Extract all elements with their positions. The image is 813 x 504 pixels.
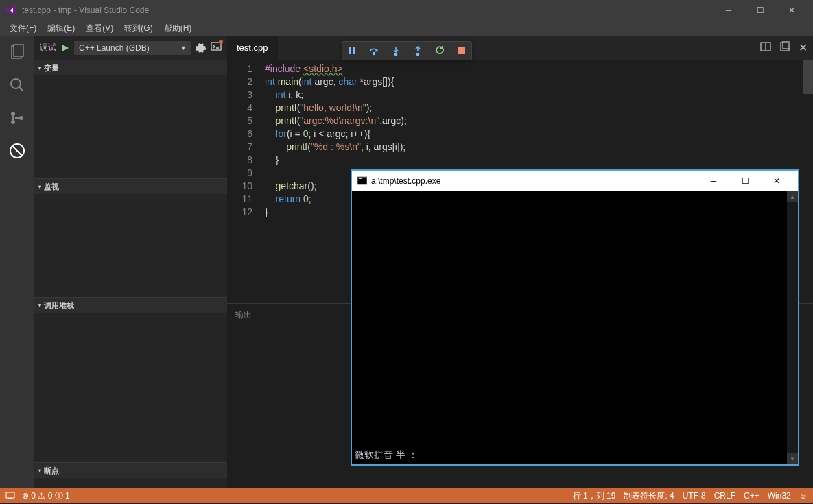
ime-status: 微软拼音 半 ： [355, 449, 418, 461]
editor-actions: ✕ [760, 41, 813, 55]
step-out-icon[interactable] [412, 45, 423, 56]
console-body[interactable]: ▲ ▼ 微软拼音 半 ： [352, 191, 798, 464]
tab-label: test.cpp [237, 43, 268, 53]
variables-section: ▾变量 [34, 60, 227, 178]
start-debug-icon[interactable] [60, 43, 70, 53]
close-all-icon[interactable]: ✕ [799, 41, 808, 55]
svg-rect-9 [211, 43, 221, 50]
debug-config-label: C++ Launch (GDB) [79, 43, 150, 53]
menu-help[interactable]: 帮助(H) [158, 23, 198, 34]
console-minimize[interactable]: ─ [698, 171, 729, 191]
chevron-down-icon: ▼ [180, 45, 187, 51]
status-target[interactable]: Win32 [768, 491, 791, 501]
window-controls: ─ ☐ ✕ [713, 0, 808, 21]
scrollbar-thumb[interactable] [803, 60, 813, 94]
vs-logo-icon [5, 5, 16, 16]
variables-header[interactable]: ▾变量 [34, 60, 227, 75]
svg-rect-23 [458, 47, 465, 54]
more-icon[interactable] [779, 41, 790, 55]
svg-line-3 [19, 87, 23, 91]
title-bar: test.cpp - tmp - Visual Studio Code ─ ☐ … [0, 0, 813, 21]
svg-point-20 [395, 53, 397, 56]
status-lang[interactable]: C++ [744, 491, 759, 501]
close-button[interactable]: ✕ [776, 0, 808, 21]
debug-config-dropdown[interactable]: C++ Launch (GDB) ▼ [74, 41, 191, 55]
chevron-down-icon: ▾ [38, 184, 41, 190]
console-close[interactable]: ✕ [761, 171, 792, 191]
variables-label: 变量 [44, 63, 59, 73]
watch-body [34, 194, 227, 297]
svg-rect-15 [8, 498, 12, 499]
console-icon [357, 176, 367, 186]
debug-sidebar: 调试 C++ Launch (GDB) ▼ ▾变量 ▾监视 ▾调用堆栈 ▾断点 [34, 36, 227, 488]
breakpoints-header[interactable]: ▾断点 [34, 463, 227, 478]
debug-icon[interactable] [8, 141, 27, 160]
menu-edit[interactable]: 编辑(E) [42, 23, 80, 34]
explorer-icon[interactable] [8, 43, 27, 62]
debug-console-icon[interactable] [211, 41, 222, 54]
status-position[interactable]: 行 1，列 19 [573, 490, 616, 502]
status-eol[interactable]: CRLF [714, 491, 735, 501]
tab-test-cpp[interactable]: test.cpp [227, 36, 279, 60]
svg-point-6 [19, 116, 23, 120]
console-window[interactable]: a:\tmp\test.cpp.exe ─ ☐ ✕ ▲ ▼ 微软拼音 半 ： [351, 170, 799, 465]
feedback-icon[interactable]: ☺ [799, 491, 808, 501]
console-title: a:\tmp\test.cpp.exe [371, 176, 440, 186]
callstack-body [34, 313, 227, 462]
status-bar: ⊗ 0 ⚠ 0 ⓘ 1 行 1，列 19 制表符长度: 4 UTF-8 CRLF… [0, 488, 813, 503]
debug-toolbar[interactable] [342, 41, 472, 60]
chevron-down-icon: ▾ [38, 65, 41, 71]
callstack-section: ▾调用堆栈 [34, 297, 227, 462]
svg-point-22 [417, 53, 419, 56]
callstack-header[interactable]: ▾调用堆栈 [34, 298, 227, 313]
svg-rect-16 [349, 47, 351, 54]
svg-rect-12 [781, 43, 789, 51]
scroll-up-icon[interactable]: ▲ [787, 191, 798, 202]
window-title: test.cpp - tmp - Visual Studio Code [22, 5, 149, 15]
menu-goto[interactable]: 转到(G) [119, 23, 158, 34]
watch-label: 监视 [44, 182, 59, 192]
svg-rect-24 [357, 177, 367, 184]
step-into-icon[interactable] [390, 45, 401, 56]
svg-point-5 [11, 120, 15, 124]
console-controls: ─ ☐ ✕ [698, 171, 792, 191]
maximize-button[interactable]: ☐ [744, 0, 776, 21]
callstack-label: 调用堆栈 [44, 300, 74, 311]
minimize-button[interactable]: ─ [713, 0, 744, 21]
svg-line-8 [12, 146, 22, 156]
svg-rect-14 [6, 492, 14, 498]
restart-icon[interactable] [434, 45, 445, 56]
chevron-down-icon: ▾ [38, 468, 41, 474]
status-problems[interactable]: ⊗ 0 ⚠ 0 ⓘ 1 [22, 490, 70, 502]
status-encoding[interactable]: UTF-8 [683, 491, 706, 501]
gear-icon[interactable] [196, 43, 207, 53]
svg-point-4 [11, 112, 15, 116]
step-over-icon[interactable] [368, 45, 379, 56]
line-gutter: 123456789101112 [227, 60, 265, 303]
remote-icon[interactable] [5, 490, 15, 502]
source-control-icon[interactable] [8, 108, 27, 128]
pause-icon[interactable] [346, 45, 357, 56]
menu-file[interactable]: 文件(F) [4, 23, 42, 34]
console-titlebar[interactable]: a:\tmp\test.cpp.exe ─ ☐ ✕ [352, 171, 798, 191]
menu-view[interactable]: 查看(V) [80, 23, 119, 34]
menu-bar: 文件(F) 编辑(E) 查看(V) 转到(G) 帮助(H) [0, 21, 813, 36]
status-tabsize[interactable]: 制表符长度: 4 [624, 490, 674, 502]
watch-section: ▾监视 [34, 178, 227, 297]
scroll-down-icon[interactable]: ▼ [787, 453, 798, 464]
search-icon[interactable] [8, 75, 27, 95]
chevron-down-icon: ▾ [38, 302, 41, 309]
console-scrollbar[interactable]: ▲ ▼ [787, 191, 798, 464]
console-maximize[interactable]: ☐ [729, 171, 761, 191]
watch-header[interactable]: ▾监视 [34, 179, 227, 194]
variables-body [34, 75, 227, 178]
split-editor-icon[interactable] [760, 41, 771, 55]
editor-scrollbar[interactable] [803, 60, 813, 286]
breakpoints-label: 断点 [44, 466, 59, 476]
svg-rect-1 [14, 44, 23, 56]
activity-bar [0, 36, 34, 488]
sidebar-title: 调试 [40, 42, 56, 53]
tab-row: test.cpp ✕ [227, 36, 813, 60]
stop-icon[interactable] [456, 45, 467, 56]
svg-rect-17 [353, 47, 355, 54]
